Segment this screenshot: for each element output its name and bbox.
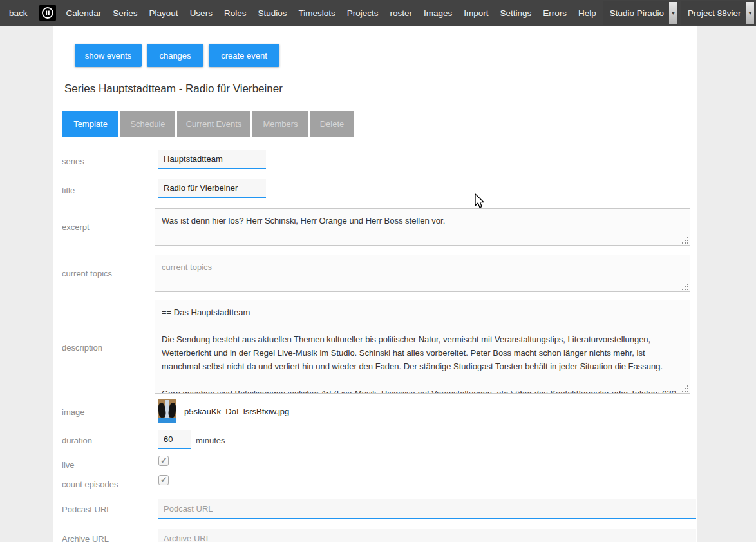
- tab-members[interactable]: Members: [252, 111, 308, 137]
- top-navigation-bar: back Calendar Series Playout Users Roles…: [0, 0, 756, 26]
- tab-delete[interactable]: Delete: [310, 111, 354, 137]
- live-field-label: live: [62, 460, 75, 470]
- image-filename: p5skauKk_DoI_lsrsBfxiw.jpg: [184, 407, 289, 416]
- excerpt-textarea[interactable]: Was ist denn hier los? Herr Schinski, He…: [155, 208, 690, 246]
- image-field-label: image: [62, 407, 84, 417]
- nav-item-roles[interactable]: Roles: [224, 8, 247, 18]
- tab-current-events[interactable]: Current Events: [177, 111, 250, 137]
- project-select-value: Project 88vier: [681, 1, 746, 25]
- dropdown-arrow-icon[interactable]: [669, 2, 677, 24]
- title-field-label: title: [62, 186, 75, 195]
- nav-item-images[interactable]: Images: [424, 8, 452, 18]
- tab-template[interactable]: Template: [62, 111, 118, 137]
- dropdown-arrow-icon[interactable]: [746, 2, 754, 24]
- show-events-button[interactable]: show events: [75, 44, 142, 67]
- podcast-url-field-label: Podcast URL: [62, 505, 111, 514]
- nav-item-settings[interactable]: Settings: [500, 8, 532, 18]
- current-topics-textarea-wrap: [155, 255, 690, 292]
- thumbnail-detail: [168, 402, 176, 418]
- nav-item-calendar[interactable]: Calendar: [66, 8, 102, 18]
- title-input[interactable]: [158, 179, 266, 198]
- duration-input[interactable]: [158, 430, 191, 449]
- studio-select-value: Studio Piradio: [603, 1, 668, 25]
- project-select[interactable]: Project 88vier: [681, 1, 755, 25]
- archive-url-input[interactable]: [158, 529, 696, 542]
- nav-item-playout[interactable]: Playout: [149, 8, 178, 18]
- current-topics-field-label: current topics: [62, 269, 112, 278]
- main-content-panel: show events changes create event Series …: [53, 26, 697, 542]
- tab-divider-line: [62, 137, 685, 137]
- resize-handle-icon[interactable]: [687, 242, 688, 244]
- description-textarea-wrap: == Das Hauptstadtteam Die Sendung besteh…: [155, 300, 690, 394]
- back-link[interactable]: back: [9, 8, 28, 18]
- nav-item-series[interactable]: Series: [113, 8, 137, 18]
- series-field-label: series: [62, 157, 84, 166]
- tab-bar: Template Schedule Current Events Members…: [62, 111, 354, 137]
- count-episodes-checkbox[interactable]: [158, 475, 169, 485]
- nav-item-help[interactable]: Help: [578, 8, 596, 18]
- nav-item-users[interactable]: Users: [190, 8, 213, 18]
- page-title: Series Hauptstadtteam - Radio für Vierbe…: [64, 82, 283, 95]
- count-episodes-field-label: count episodes: [62, 479, 118, 489]
- live-checkbox[interactable]: [158, 456, 169, 466]
- thumbnail-detail: [158, 418, 176, 423]
- nav-item-errors[interactable]: Errors: [543, 8, 567, 18]
- description-field-label: description: [62, 343, 102, 353]
- description-textarea[interactable]: == Das Hauptstadtteam Die Sendung besteh…: [155, 300, 690, 394]
- tab-schedule[interactable]: Schedule: [120, 111, 175, 137]
- nav-item-studios[interactable]: Studios: [258, 8, 287, 18]
- nav-item-import[interactable]: Import: [464, 8, 488, 18]
- nav-item-projects[interactable]: Projects: [347, 8, 379, 18]
- resize-handle-icon[interactable]: [687, 289, 688, 290]
- nav-item-timeslots[interactable]: Timeslots: [298, 8, 335, 18]
- archive-url-field-label: Archive URL: [62, 534, 109, 542]
- series-input[interactable]: [158, 150, 266, 169]
- duration-field-label: duration: [62, 436, 92, 445]
- create-event-button[interactable]: create event: [209, 44, 279, 67]
- current-topics-textarea[interactable]: [155, 255, 690, 292]
- series-toolbar: show events changes create event: [75, 44, 279, 67]
- studio-select[interactable]: Studio Piradio: [603, 1, 678, 25]
- piradio-logo-icon[interactable]: [39, 5, 56, 21]
- resize-handle-icon[interactable]: [687, 391, 688, 392]
- duration-unit-label: minutes: [196, 436, 225, 445]
- podcast-url-input[interactable]: [158, 499, 696, 519]
- nav-item-roster[interactable]: roster: [390, 8, 412, 18]
- changes-button[interactable]: changes: [147, 44, 203, 67]
- excerpt-textarea-wrap: Was ist denn hier los? Herr Schinski, He…: [155, 208, 690, 246]
- series-image-thumbnail[interactable]: [158, 399, 176, 423]
- excerpt-field-label: excerpt: [62, 222, 90, 232]
